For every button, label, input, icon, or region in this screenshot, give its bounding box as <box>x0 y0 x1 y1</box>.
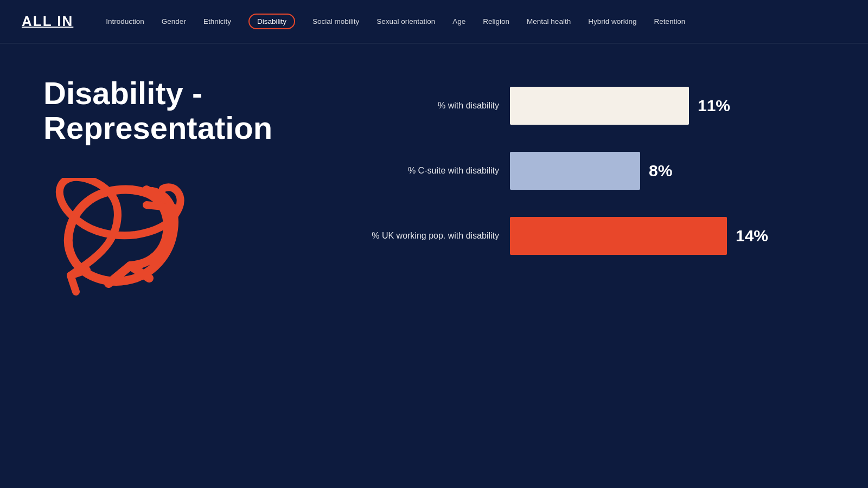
chart-row-disability: % with disability 11% <box>336 87 825 125</box>
bar-container-csuite: 8% <box>510 152 825 190</box>
bar-container-uk-pop: 14% <box>510 217 825 255</box>
nav-gender[interactable]: Gender <box>162 17 186 25</box>
nav-mental-health[interactable]: Mental health <box>527 17 571 25</box>
nav-religion[interactable]: Religion <box>483 17 509 25</box>
nav-social-mobility[interactable]: Social mobility <box>312 17 359 25</box>
bar-value-csuite: 8% <box>649 162 672 180</box>
logo[interactable]: ALL IN <box>22 13 73 30</box>
nav-introduction[interactable]: Introduction <box>106 17 144 25</box>
navigation: Introduction Gender Ethnicity Disability… <box>106 14 685 29</box>
chart-section: % with disability 11% % C-suite with dis… <box>315 76 825 255</box>
decorative-arrow-icon <box>43 178 195 297</box>
bar-label-disability: % with disability <box>336 101 499 111</box>
bar-csuite <box>510 152 640 190</box>
nav-retention[interactable]: Retention <box>654 17 685 25</box>
bar-container-disability: 11% <box>510 87 825 125</box>
left-section: Disability - Representation <box>43 76 315 297</box>
page-title: Disability - Representation <box>43 76 315 145</box>
nav-disability[interactable]: Disability <box>248 14 295 29</box>
bar-value-uk-pop: 14% <box>736 227 768 245</box>
nav-ethnicity[interactable]: Ethnicity <box>203 17 231 25</box>
chart-row-uk-pop: % UK working pop. with disability 14% <box>336 217 825 255</box>
bar-uk-pop <box>510 217 727 255</box>
nav-hybrid-working[interactable]: Hybrid working <box>588 17 636 25</box>
bar-label-csuite: % C-suite with disability <box>336 166 499 176</box>
nav-sexual-orientation[interactable]: Sexual orientation <box>376 17 435 25</box>
chart-row-csuite: % C-suite with disability 8% <box>336 152 825 190</box>
bar-disability <box>510 87 689 125</box>
bar-label-uk-pop: % UK working pop. with disability <box>336 231 499 241</box>
main-content: Disability - Representation <box>0 43 868 488</box>
bar-value-disability: 11% <box>698 97 730 115</box>
nav-age[interactable]: Age <box>452 17 465 25</box>
header: ALL IN Introduction Gender Ethnicity Dis… <box>0 0 868 43</box>
